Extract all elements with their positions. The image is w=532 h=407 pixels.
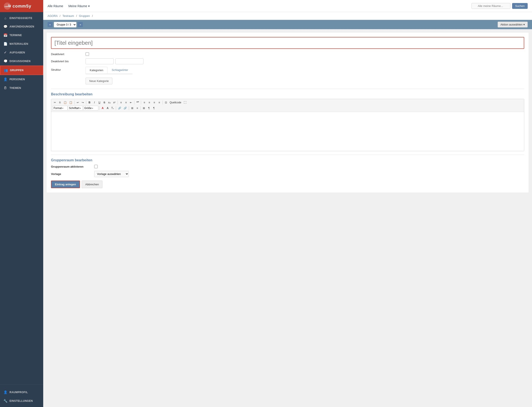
sidebar-item-label: Diskussionen: [9, 60, 30, 63]
eintrag-anlegen-button[interactable]: Eintrag anlegen: [51, 180, 80, 188]
deaktiviert-bis-time-input[interactable]: [115, 58, 144, 64]
sidebar-item-themen[interactable]: 🗒 Themen: [0, 84, 43, 92]
sidebar-item-label: Raumprofil: [9, 391, 28, 394]
sidebar-item-raumprofil[interactable]: 👤 Raumprofil: [0, 388, 43, 397]
rte-para-marks2-button[interactable]: ¶: [152, 106, 156, 110]
vorlage-select[interactable]: Vorlage auswählen: [94, 171, 129, 177]
rte-editor[interactable]: [51, 112, 524, 151]
rte-blockquote-button[interactable]: ❝❞: [135, 100, 140, 105]
nav-next-button[interactable]: »: [78, 22, 83, 27]
aktion-select-button[interactable]: Aktion auswählen ▾: [498, 22, 528, 27]
rte-clear-format-button[interactable]: Tₓ: [110, 106, 115, 110]
sidebar-item-gruppen[interactable]: 👥 Gruppen: [0, 65, 43, 75]
kategorie-area: Neue Kategorie: [86, 78, 524, 84]
rte-subscript-button[interactable]: x₂: [107, 100, 112, 105]
rte-bold-button[interactable]: B: [87, 100, 92, 105]
struktur-label: Struktur: [51, 67, 86, 71]
sidebar-item-label: Gruppen: [10, 69, 23, 72]
breadcrumb-gruppen[interactable]: Gruppen: [79, 14, 90, 17]
page-group-select[interactable]: Gruppe 3 / 3: [54, 22, 76, 27]
rte-unorderedlist-button[interactable]: ≡: [124, 100, 128, 105]
rte-paste-text-button[interactable]: 📋: [68, 100, 74, 105]
rte-groesse-select[interactable]: Größe ▾: [83, 106, 98, 110]
sidebar: comm 5y comm5y ⌂ Einstiegsseite 💬 Ankünd…: [0, 0, 43, 407]
rte-align-right-button[interactable]: ≡: [152, 100, 157, 105]
rte-paste-button[interactable]: 📋: [62, 100, 68, 105]
deaktiviert-bis-date-input[interactable]: [86, 58, 114, 64]
search-button[interactable]: Suchen: [512, 3, 528, 9]
rte-sep-1: [74, 101, 75, 104]
rte-align-center-button[interactable]: ≡: [147, 100, 152, 105]
gruppenraum-aktivieren-checkbox[interactable]: [94, 165, 98, 168]
meine-raeume-link[interactable]: Meine Räume ▾: [68, 4, 90, 8]
section-divider-1: [51, 89, 524, 89]
rte-cut-button[interactable]: ✂: [53, 100, 57, 105]
rte-strike-button[interactable]: S: [102, 100, 107, 105]
chevron-down-icon: ▾: [62, 107, 63, 110]
rte-image-button[interactable]: ⊡: [164, 100, 168, 105]
rte-link-button[interactable]: 🔗: [117, 106, 122, 110]
rte-align-left-button[interactable]: ≡: [142, 100, 147, 105]
abbrechen-button[interactable]: Abbrechen: [82, 180, 103, 188]
rte-bg-color-button[interactable]: A: [105, 106, 110, 110]
gruppenraum-aktivieren-row: Gruppenraum aktivieren: [51, 165, 524, 168]
profile-icon: 👤: [3, 390, 7, 394]
sidebar-item-materialien[interactable]: 📄 Materialien: [0, 39, 43, 48]
rte-italic-button[interactable]: I: [92, 100, 97, 105]
rte-fullscreen-button[interactable]: ⛶: [182, 100, 187, 105]
sidebar-item-diskussionen[interactable]: 💭 Diskussionen: [0, 57, 43, 65]
rte-redo-button[interactable]: ↪: [80, 100, 85, 105]
rte-outdent-button[interactable]: ⇤: [129, 100, 133, 105]
rte-table-props-button[interactable]: ≡: [135, 106, 140, 110]
rte-superscript-button[interactable]: x²: [112, 100, 117, 105]
rte-font-color-button[interactable]: A: [100, 106, 105, 110]
breadcrumb-agora[interactable]: AGORA: [47, 14, 57, 17]
topics-icon: 🗒: [3, 86, 7, 90]
chevron-down-icon: ▾: [80, 107, 81, 110]
vorlage-label: Vorlage: [51, 172, 94, 176]
sidebar-item-termine[interactable]: 📅 Termine: [0, 31, 43, 39]
gear-icon: 🔧: [3, 399, 7, 403]
rte-underline-button[interactable]: U: [97, 100, 102, 105]
chevron-down-icon: ▾: [92, 107, 93, 110]
sidebar-item-einstiegsseite[interactable]: ⌂ Einstiegsseite: [0, 14, 43, 22]
search-wrapper: 🔍: [471, 3, 510, 9]
deaktiviert-checkbox[interactable]: [86, 52, 89, 56]
rte-table-button[interactable]: ⊞: [130, 106, 135, 110]
rte-para-marks-button[interactable]: ¶: [146, 106, 151, 110]
main-area: Alle Räume Meine Räume ▾ 🔍 Suchen AGORA …: [43, 0, 532, 407]
form-area: Deaktiviert Deaktiviert bis Struktur Kat…: [47, 33, 529, 192]
rte-align-justify-button[interactable]: ≡: [157, 100, 162, 105]
nav-first-button[interactable]: «: [47, 22, 53, 27]
rte-toolbar-row-2: Format ▾ Schriftart ▾ Größe ▾ A: [53, 105, 523, 111]
rte-schriftart-select[interactable]: Schriftart ▾: [68, 106, 83, 110]
sidebar-item-aufgaben[interactable]: ✓ Aufgaben: [0, 48, 43, 57]
rte-format-select[interactable]: Format ▾: [53, 106, 68, 110]
beschreibung-heading: Beschreibung bearbeiten: [51, 92, 524, 96]
rte-unlink-button[interactable]: 🔗: [122, 106, 128, 110]
rte-sep-5: [141, 101, 141, 104]
rte-orderedlist-button[interactable]: ≡: [119, 100, 123, 105]
rte-container: ✂ ⎘ 📋 📋 ↩ ↪ B I U S x₂ x²: [51, 99, 524, 151]
sidebar-item-einstellungen[interactable]: 🔧 Einstellungen: [0, 397, 43, 405]
tab-schlagwoerter[interactable]: Schlagwörter: [108, 67, 132, 74]
neue-kategorie-button[interactable]: Neue Kategorie: [86, 78, 112, 84]
rte-undo-button[interactable]: ↩: [76, 100, 80, 105]
title-input[interactable]: [51, 37, 524, 48]
rte-sep-4: [134, 101, 134, 104]
person-icon: 👤: [3, 78, 7, 81]
breadcrumb-testraum[interactable]: Testraum: [62, 14, 74, 17]
page-nav-left: « Gruppe 3 / 3 »: [47, 22, 83, 27]
alle-raeume-link[interactable]: Alle Räume: [47, 4, 63, 8]
tab-kategorien[interactable]: Kategorien: [86, 67, 107, 74]
rte-special-chars-button[interactable]: ⊞: [142, 106, 146, 110]
rte-sep-2: [86, 101, 86, 104]
sidebar-item-label: Aufgaben: [9, 51, 25, 54]
search-input[interactable]: [471, 3, 510, 9]
sidebar-item-ankündigungen[interactable]: 💬 Ankündigungen: [0, 22, 43, 31]
rte-source-button[interactable]: Quellcode: [168, 100, 182, 105]
sidebar-item-personen[interactable]: 👤 Personen: [0, 75, 43, 84]
home-icon: ⌂: [3, 16, 7, 20]
vorlage-row: Vorlage Vorlage auswählen: [51, 171, 524, 177]
rte-copy-button[interactable]: ⎘: [57, 100, 62, 105]
